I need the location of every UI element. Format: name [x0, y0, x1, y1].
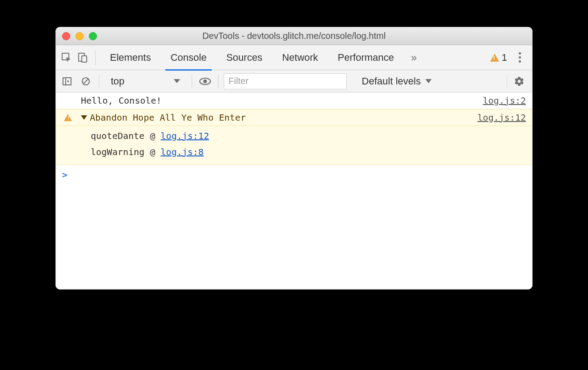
- log-source-link[interactable]: log.js:12: [478, 112, 526, 123]
- tab-console[interactable]: Console: [161, 45, 217, 70]
- window-title: DevTools - devtools.glitch.me/console/lo…: [56, 31, 532, 41]
- close-window-button[interactable]: [62, 32, 70, 40]
- toggle-sidebar-icon[interactable]: [59, 74, 75, 89]
- stack-source-link[interactable]: log.js:12: [161, 130, 209, 141]
- titlebar: DevTools - devtools.glitch.me/console/lo…: [56, 27, 532, 45]
- stack-frame: logWarning @ log.js:8: [91, 144, 526, 160]
- more-tabs-button[interactable]: »: [404, 51, 424, 64]
- zoom-window-button[interactable]: [89, 32, 97, 40]
- clear-console-icon[interactable]: [78, 74, 93, 89]
- toggle-device-toolbar-icon[interactable]: [75, 50, 91, 66]
- stack-at: @: [150, 130, 155, 141]
- divider: [99, 75, 99, 88]
- warning-icon: [490, 54, 499, 62]
- context-label: top: [111, 76, 125, 87]
- devtools-window: DevTools - devtools.glitch.me/console/lo…: [55, 27, 533, 290]
- svg-point-8: [203, 80, 207, 83]
- prompt-chevron-icon: >: [62, 169, 67, 180]
- main-tabbar: Elements Console Sources Network Perform…: [56, 45, 532, 70]
- stack-at: @: [150, 147, 155, 157]
- log-row: Hello, Console! log.js:2: [56, 92, 532, 109]
- tab-performance[interactable]: Performance: [328, 45, 404, 70]
- minimize-window-button[interactable]: [76, 32, 84, 40]
- chevron-down-icon: [174, 79, 180, 83]
- log-gutter: [61, 112, 81, 121]
- filter-input[interactable]: [224, 73, 347, 89]
- tab-elements[interactable]: Elements: [100, 45, 161, 70]
- inspect-element-icon[interactable]: [59, 50, 75, 66]
- stack-function: logWarning: [91, 147, 144, 157]
- warnings-badge[interactable]: 1: [484, 52, 513, 63]
- tab-network[interactable]: Network: [272, 45, 328, 70]
- log-message: Hello, Console!: [81, 95, 483, 106]
- stack-frame: quoteDante @ log.js:12: [91, 128, 526, 144]
- divider: [192, 75, 192, 88]
- disclosure-triangle-icon[interactable]: [81, 115, 87, 120]
- stack-function: quoteDante: [91, 130, 144, 141]
- log-source-link[interactable]: log.js:2: [483, 95, 526, 106]
- execution-context-select[interactable]: top: [105, 73, 186, 89]
- svg-rect-2: [82, 56, 87, 62]
- console-prompt[interactable]: >: [56, 165, 532, 185]
- divider: [95, 50, 96, 65]
- levels-label: Default levels: [362, 76, 421, 87]
- svg-line-6: [84, 79, 88, 84]
- stack-trace: quoteDante @ log.js:12 logWarning @ log.…: [56, 126, 532, 165]
- stack-source-link[interactable]: log.js:8: [161, 147, 204, 157]
- traffic-lights: [56, 32, 97, 40]
- log-levels-select[interactable]: Default levels: [356, 73, 438, 89]
- log-row-warning: Abandon Hope All Ye Who Enter log.js:12: [56, 109, 532, 126]
- warning-count: 1: [502, 52, 507, 63]
- log-message: Abandon Hope All Ye Who Enter: [90, 112, 478, 123]
- console-settings-icon[interactable]: [512, 73, 529, 89]
- divider: [218, 75, 218, 88]
- divider: [507, 75, 507, 88]
- svg-rect-3: [63, 78, 71, 85]
- live-expression-icon[interactable]: [197, 74, 213, 89]
- warning-icon: [64, 114, 72, 121]
- settings-menu-button[interactable]: [513, 50, 529, 66]
- console-output: Hello, Console! log.js:2 Abandon Hope Al…: [56, 92, 532, 289]
- console-toolbar: top Default levels: [56, 70, 532, 92]
- chevron-down-icon: [425, 79, 432, 83]
- tab-sources[interactable]: Sources: [216, 45, 272, 70]
